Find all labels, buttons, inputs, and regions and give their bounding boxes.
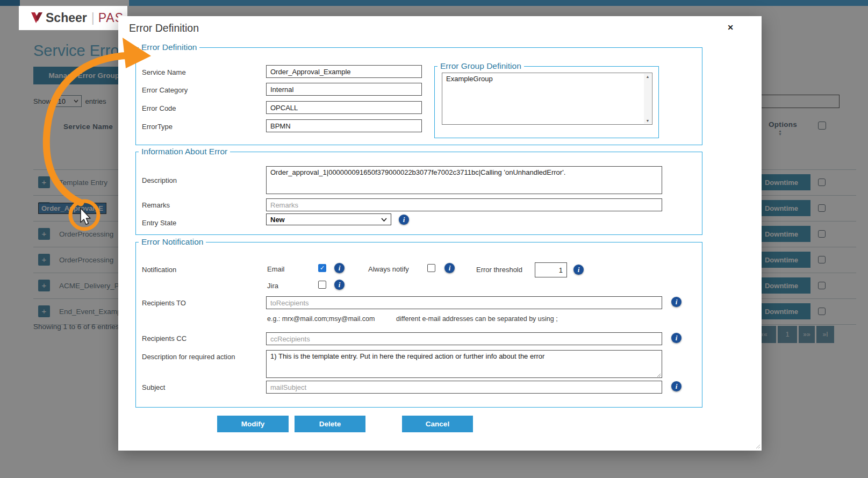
check-icon: ✓ bbox=[320, 265, 325, 271]
required-action-field[interactable]: 1) This is the template entry. Put in he… bbox=[266, 350, 662, 378]
brand-name: Scheer bbox=[46, 11, 87, 25]
error-group-option[interactable]: ExampleGroup bbox=[442, 73, 652, 84]
always-notify-label: Always notify bbox=[368, 265, 409, 273]
email-example-hint: e.g.: mrx@mail.com;msy@mail.com bbox=[267, 315, 375, 323]
error-definition-dialog: Error Definition ✕ Error Definition Serv… bbox=[118, 16, 762, 451]
info-icon[interactable]: i bbox=[671, 297, 682, 307]
recipients-cc-field[interactable] bbox=[266, 332, 662, 345]
subject-label: Subject bbox=[142, 383, 165, 391]
error-category-field[interactable] bbox=[266, 83, 422, 96]
error-category-label: Error Category bbox=[142, 86, 188, 94]
error-threshold-field[interactable] bbox=[535, 262, 567, 277]
dialog-resize-handle-icon[interactable] bbox=[755, 444, 761, 449]
info-icon[interactable]: i bbox=[444, 263, 455, 273]
error-code-field[interactable] bbox=[266, 101, 422, 114]
remarks-label: Remarks bbox=[142, 201, 170, 209]
description-label: Description bbox=[142, 176, 177, 184]
info-icon[interactable]: i bbox=[671, 333, 682, 343]
entry-state-select[interactable]: New bbox=[266, 213, 391, 225]
brand-separator: | bbox=[91, 11, 95, 25]
info-icon[interactable]: i bbox=[399, 215, 409, 225]
legend-information-about-error: Information About Error bbox=[139, 147, 230, 156]
recipients-to-label: Recipients TO bbox=[142, 299, 186, 307]
remarks-field[interactable] bbox=[266, 198, 662, 211]
error-code-label: Error Code bbox=[142, 104, 176, 112]
entry-state-label: Entry State bbox=[142, 219, 176, 227]
error-group-listbox[interactable]: ExampleGroup ▲ ▼ bbox=[442, 73, 652, 125]
chevron-down-icon bbox=[381, 218, 387, 222]
scroll-down-icon[interactable]: ▼ bbox=[646, 119, 650, 123]
recipients-cc-label: Recipients CC bbox=[142, 334, 186, 343]
jira-checkbox[interactable] bbox=[318, 281, 326, 289]
email-label: Email bbox=[267, 265, 285, 273]
always-notify-checkbox[interactable] bbox=[427, 264, 435, 272]
close-icon[interactable]: ✕ bbox=[724, 22, 736, 33]
top-bar-tab-segment bbox=[20, 0, 129, 6]
scheer-mark-icon bbox=[31, 11, 43, 25]
resize-handle-icon[interactable] bbox=[656, 373, 661, 377]
entry-state-value: New bbox=[270, 216, 285, 224]
error-type-label: ErrorType bbox=[142, 123, 173, 131]
cancel-button[interactable]: Cancel bbox=[402, 416, 473, 432]
error-threshold-label: Error threshold bbox=[476, 266, 522, 274]
description-field[interactable]: Order_approval_1|000000091650f379000022b… bbox=[266, 166, 662, 194]
error-type-field[interactable] bbox=[266, 119, 422, 132]
top-bar bbox=[0, 0, 868, 6]
screen: Service Error List Manage Error Groups S… bbox=[0, 0, 868, 478]
email-checkbox[interactable]: ✓ bbox=[318, 264, 326, 272]
top-bar-dark-segment bbox=[0, 0, 20, 6]
jira-label: Jira bbox=[267, 282, 278, 290]
modify-button[interactable]: Modify bbox=[217, 416, 289, 432]
listbox-scrollbar[interactable]: ▲ ▼ bbox=[644, 74, 651, 124]
recipients-to-field[interactable] bbox=[266, 296, 662, 309]
legend-error-group-definition: Error Group Definition bbox=[437, 61, 524, 71]
brand-logo: Scheer | PAS bbox=[19, 6, 127, 30]
legend-error-definition: Error Definition bbox=[139, 42, 199, 52]
scroll-up-icon[interactable]: ▲ bbox=[646, 75, 650, 79]
legend-error-notification: Error Notification bbox=[139, 237, 206, 247]
info-icon[interactable]: i bbox=[334, 280, 345, 290]
info-icon[interactable]: i bbox=[573, 265, 584, 275]
dialog-title: Error Definition bbox=[129, 22, 199, 34]
service-name-label: Service Name bbox=[142, 68, 186, 76]
delete-button[interactable]: Delete bbox=[295, 416, 365, 432]
info-icon[interactable]: i bbox=[334, 263, 345, 273]
email-separator-hint: different e-mail addresses can be separa… bbox=[396, 315, 558, 323]
notification-label: Notification bbox=[142, 266, 176, 274]
service-name-field[interactable] bbox=[266, 65, 422, 78]
info-icon[interactable]: i bbox=[671, 381, 682, 391]
required-action-label: Description for required action bbox=[142, 353, 235, 361]
subject-field[interactable] bbox=[266, 381, 662, 394]
